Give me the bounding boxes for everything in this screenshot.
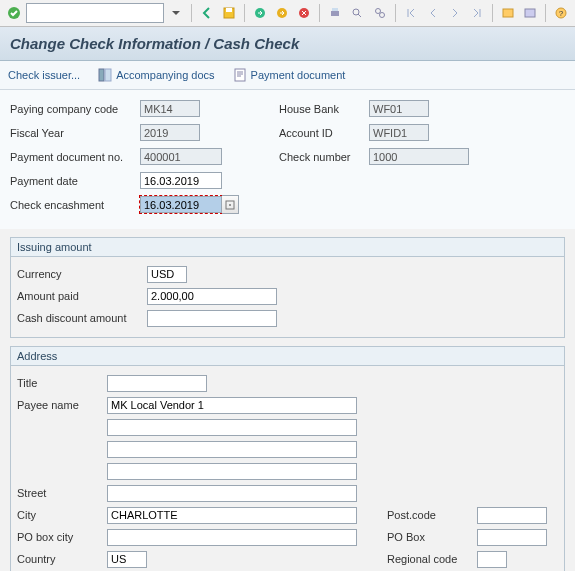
issuer-label: Check issuer...: [8, 69, 80, 81]
svg-rect-7: [332, 8, 338, 11]
title-field[interactable]: [107, 375, 207, 392]
svg-rect-2: [226, 8, 232, 12]
title-label: Title: [17, 377, 107, 389]
currency-label: Currency: [17, 268, 147, 280]
session-icon[interactable]: [498, 2, 518, 24]
find-next-icon[interactable]: [369, 2, 389, 24]
svg-point-0: [8, 7, 20, 19]
svg-rect-6: [331, 11, 339, 16]
svg-point-10: [379, 13, 384, 18]
cancel-red-icon[interactable]: [294, 2, 314, 24]
address-title: Address: [11, 347, 564, 366]
svg-rect-15: [99, 69, 104, 81]
exit-yellow-icon[interactable]: [272, 2, 292, 24]
issuing-amount-title: Issuing amount: [11, 238, 564, 257]
date-help-icon[interactable]: [222, 195, 239, 214]
payment-document-action[interactable]: Payment document: [233, 68, 346, 82]
poboxcity-field[interactable]: [107, 529, 357, 546]
back-icon[interactable]: [197, 2, 217, 24]
pobox-label: PO Box: [387, 531, 477, 543]
check-number-field: [369, 148, 469, 165]
svg-rect-18: [226, 201, 234, 209]
country-label: Country: [17, 553, 107, 565]
region-label: Regional code: [387, 553, 477, 565]
svg-point-8: [353, 9, 359, 15]
fiscal-year-field: [140, 124, 200, 141]
svg-rect-16: [105, 69, 111, 81]
dropdown-icon[interactable]: [166, 2, 186, 24]
docs-label: Accompanying docs: [116, 69, 214, 81]
svg-text:?: ?: [559, 9, 564, 18]
app-toolbar: ?: [0, 0, 575, 27]
city-field[interactable]: [107, 507, 357, 524]
command-field[interactable]: [26, 3, 164, 23]
currency-field[interactable]: [147, 266, 187, 283]
payment-date-label: Payment date: [10, 175, 140, 187]
poboxcity-label: PO box city: [17, 531, 107, 543]
cash-discount-label: Cash discount amount: [17, 312, 147, 324]
accompanying-docs-action[interactable]: Accompanying docs: [98, 68, 214, 82]
encashment-label: Check encashment: [10, 199, 140, 211]
last-page-icon[interactable]: [467, 2, 487, 24]
amount-paid-label: Amount paid: [17, 290, 147, 302]
help-icon[interactable]: ?: [551, 2, 571, 24]
account-id-field: [369, 124, 429, 141]
action-bar: Check issuer... Accompanying docs Paymen…: [0, 61, 575, 90]
amount-paid-field[interactable]: [147, 288, 277, 305]
right-column: House Bank Account ID Check number: [279, 98, 469, 215]
svg-rect-17: [235, 69, 245, 81]
payment-doc-label: Payment document no.: [10, 151, 140, 163]
save-icon[interactable]: [219, 2, 239, 24]
house-bank-field: [369, 100, 429, 117]
find-icon[interactable]: [347, 2, 367, 24]
paydoc-icon: [233, 68, 247, 82]
address-group: Address Title Payee name Street City Pos…: [10, 346, 565, 571]
fiscal-year-label: Fiscal Year: [10, 127, 140, 139]
company-code-field: [140, 100, 200, 117]
postcode-label: Post.code: [387, 509, 477, 521]
page-title: Change Check Information / Cash Check: [0, 27, 575, 61]
country-field[interactable]: [107, 551, 147, 568]
first-page-icon[interactable]: [401, 2, 421, 24]
svg-point-19: [229, 204, 231, 206]
payee-label: Payee name: [17, 399, 107, 411]
check-number-label: Check number: [279, 151, 369, 163]
svg-point-4: [277, 8, 287, 18]
pobox-field[interactable]: [477, 529, 547, 546]
city-label: City: [17, 509, 107, 521]
payee-line4-field[interactable]: [107, 463, 357, 480]
cash-discount-field[interactable]: [147, 310, 277, 327]
street-field[interactable]: [107, 485, 357, 502]
payee-name-field[interactable]: [107, 397, 357, 414]
payee-line3-field[interactable]: [107, 441, 357, 458]
encashment-field[interactable]: [140, 196, 222, 213]
house-bank-label: House Bank: [279, 103, 369, 115]
payment-date-field[interactable]: [140, 172, 222, 189]
payment-doc-field: [140, 148, 222, 165]
company-code-label: Paying company code: [10, 103, 140, 115]
svg-point-13: [556, 8, 566, 18]
print-icon[interactable]: [325, 2, 345, 24]
next-page-icon[interactable]: [445, 2, 465, 24]
check-issuer-action[interactable]: Check issuer...: [8, 69, 80, 81]
svg-point-9: [375, 9, 380, 14]
svg-point-5: [299, 8, 309, 18]
account-id-label: Account ID: [279, 127, 369, 139]
exit-green-icon[interactable]: [250, 2, 270, 24]
shortcut-icon[interactable]: [520, 2, 540, 24]
svg-rect-11: [503, 9, 513, 17]
header-form: Paying company code Fiscal Year Payment …: [0, 90, 575, 229]
region-field[interactable]: [477, 551, 507, 568]
issuing-amount-group: Issuing amount Currency Amount paid Cash…: [10, 237, 565, 338]
svg-rect-1: [224, 8, 234, 18]
paydoc-label: Payment document: [251, 69, 346, 81]
left-column: Paying company code Fiscal Year Payment …: [10, 98, 239, 215]
ok-icon[interactable]: [4, 2, 24, 24]
svg-rect-12: [525, 9, 535, 17]
postcode-field[interactable]: [477, 507, 547, 524]
prev-page-icon[interactable]: [423, 2, 443, 24]
docs-icon: [98, 68, 112, 82]
svg-point-3: [255, 8, 265, 18]
payee-line2-field[interactable]: [107, 419, 357, 436]
street-label: Street: [17, 487, 107, 499]
